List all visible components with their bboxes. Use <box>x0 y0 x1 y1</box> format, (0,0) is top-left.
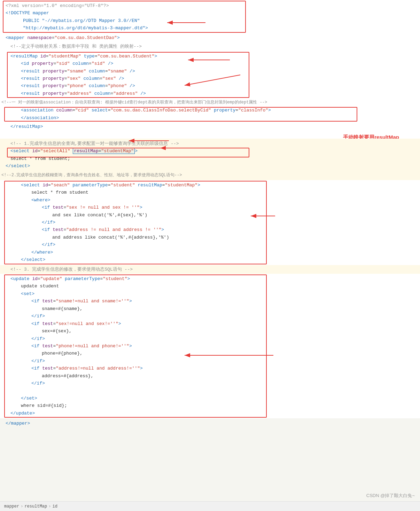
line-select-all: <select id="selectAll" resultMap="studen… <box>0 147 420 155</box>
line-select-seach: <select id="seach" parameterType="studen… <box>0 181 420 189</box>
line-phone-val: phone=#{phone}, <box>0 350 420 357</box>
section-mapper-ns: <mapper namespace="com.su.dao.StudentDao… <box>0 33 420 42</box>
line-update-student: update student <box>0 282 420 290</box>
breadcrumb-id: id <box>52 504 57 509</box>
line-sname-val: sname=#{sname}, <box>0 305 420 312</box>
line-address-val: address=#{address}, <box>0 372 420 380</box>
csdn-watermark: CSDN @掉了颗大白兔~ <box>366 493 415 499</box>
line-mapper-open: <mapper namespace="com.su.dao.StudentDao… <box>0 34 420 41</box>
line-xml-decl: <?xml version="1.0" encoding="UTF-8"?> <box>0 2 420 9</box>
line-doctype2: PUBLIC "-//mybatis.org//DTD Mapper 3.0//… <box>0 17 420 24</box>
line-if-sex2: <if test="sex!=null and sex!=''"> <box>0 320 420 327</box>
section-result-map: <resultMap id="studentMap" type="com.su.… <box>0 51 420 99</box>
breadcrumb-mapper: mapper <box>4 504 19 509</box>
line-select-star: select * from student; <box>0 155 420 162</box>
line-select-from-student: select * from student <box>0 189 420 196</box>
breadcrumb-bar: mapper › resultMap › id <box>0 501 420 511</box>
section-comment-fuzzy: <!--2.完成学生信息的模糊查询，查询条件包含姓名、性别、地址等，要求使用动态… <box>0 171 420 180</box>
line-result-sname: <result property="sname" column="sname" … <box>0 68 420 75</box>
line-if-address: <if test="address != null and address !=… <box>0 226 420 233</box>
breadcrumb-result-map: resultMap <box>24 504 47 509</box>
line-comment-update: <!-- 3. 完成学生信息的修改，要求使用动态SQL语句 --> <box>0 266 420 273</box>
line-id-sid: <id property="sid" column="sid" /> <box>0 60 420 67</box>
line-doctype1: <!DOCTYPE mapper <box>0 9 420 17</box>
line-select-close: </select> <box>0 162 420 170</box>
line-if-sex: <if test="sex != null and sex != ''"> <box>0 204 420 211</box>
line-if-phone-close: </if> <box>0 357 420 365</box>
line-mapper-close: </mapper> <box>0 420 420 427</box>
code-area: <?xml version="1.0" encoding="UTF-8"?> <… <box>0 0 420 450</box>
line-comment-query1: <!-- 1.完成学生信息的全查询,要求配置一对一能够查询学生关联的班级信息 -… <box>0 140 420 147</box>
line-if-sex-close: </if> <box>0 219 420 226</box>
breadcrumb-sep1: › <box>21 504 23 509</box>
line-result-address: <result property="address" column="addre… <box>0 90 420 97</box>
line-doctype3: "http://mybatis.org/dtd/mybatis-3-mapper… <box>0 24 420 32</box>
line-where-sid: where sid=#{sid}; <box>0 402 420 409</box>
section-comment1: <!--定义手动映射关系：数据库中字段 和 类的属性 的映射--> <box>0 42 420 51</box>
line-resultmap-close: </resultMap> <box>0 123 420 130</box>
line-select-seach-close: </select> <box>0 256 420 263</box>
line-if-sname: <if test="sname!=null and sname!=''"> <box>0 297 420 305</box>
line-comment-mapping: <!--定义手动映射关系：数据库中字段 和 类的属性 的映射--> <box>0 43 420 50</box>
line-update-open: <update id="update" parameterType="stude… <box>0 275 420 282</box>
line-where-close: </where> <box>0 249 420 256</box>
line-comment-assoc: <!--一 对一的映射值association：自动关联查询: 根据外键cid查… <box>0 99 420 107</box>
section-fuzzy-query: <select id="seach" parameterType="studen… <box>0 180 420 265</box>
section-full-query: <!-- 1.完成学生信息的全查询,要求配置一对一能够查询学生关联的班级信息 -… <box>0 139 420 171</box>
line-resultmap-open: <resultMap id="studentMap" type="com.su.… <box>0 53 420 60</box>
line-sex-val: sex=#{sex}, <box>0 327 420 335</box>
line-and-sex: and sex like concat('%',#{sex},'%') <box>0 211 420 219</box>
page-wrapper: mapper配置文件 手动映射 一对一映射配置 手动映射要用resultMap … <box>0 0 420 511</box>
breadcrumb-sep2: › <box>48 504 51 509</box>
line-if-phone: <if test="phone!=null and phone!=''"> <box>0 342 420 350</box>
line-if-sname-close: </if> <box>0 312 420 320</box>
line-set-close: </set> <box>0 395 420 402</box>
line-and-address: and address like concat('%',#{address},'… <box>0 234 420 241</box>
section-association: <!--一 对一的映射值association：自动关联查询: 根据外键cid查… <box>0 99 420 122</box>
line-if-address2: <if test="address!=null and address!=''"… <box>0 365 420 372</box>
line-set-open: <set> <box>0 290 420 297</box>
line-association-close: </association> <box>0 114 420 122</box>
line-empty2 <box>0 387 420 395</box>
section-comment-update: <!-- 3. 完成学生信息的修改，要求使用动态SQL语句 --> <box>0 265 420 274</box>
line-if-address-close: </if> <box>0 241 420 248</box>
line-if-sex2-close: </if> <box>0 335 420 342</box>
line-update-close: </update> <box>0 410 420 417</box>
line-association: <association column="cid" select="com.su… <box>0 107 420 114</box>
line-result-phone: <result property="phone" column="phone" … <box>0 82 420 90</box>
section-update: <update id="update" parameterType="stude… <box>0 274 420 418</box>
section-mapper-close: </mapper> <box>0 418 420 428</box>
section-doctype: <?xml version="1.0" encoding="UTF-8"?> <… <box>0 0 420 33</box>
line-result-sex: <result property="sex" column="sex" /> <box>0 75 420 82</box>
line-if-address2-close: </if> <box>0 380 420 387</box>
line-where-open: <where> <box>0 196 420 204</box>
line-comment-fuzzy: <!--2.完成学生信息的模糊查询，查询条件包含姓名、性别、地址等，要求使用动态… <box>0 172 420 179</box>
